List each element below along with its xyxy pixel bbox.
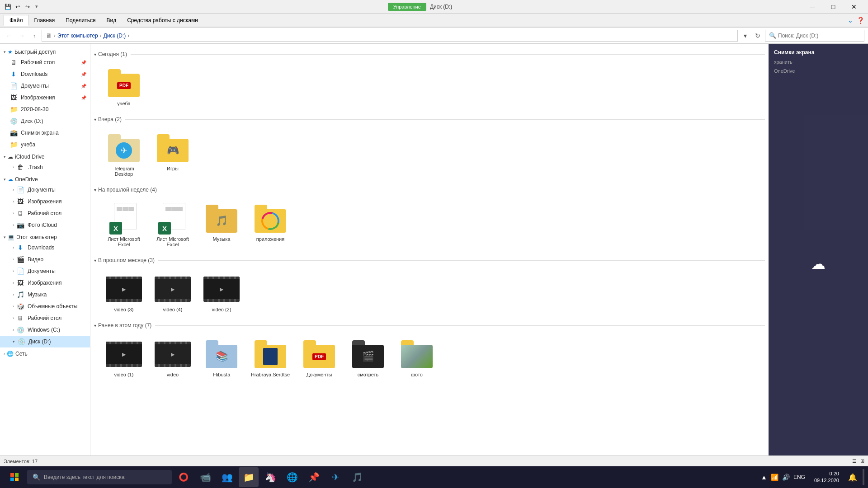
- taskbar-pinterest[interactable]: 📌: [304, 467, 324, 487]
- file-item-apps[interactable]: приложения: [248, 200, 293, 250]
- taskbar-cortana[interactable]: ⭕: [174, 467, 193, 487]
- ribbon-tab-disk-tools[interactable]: Средства работы с дисками: [122, 15, 203, 25]
- breadcrumb-bar[interactable]: 🖥 › Этот компьютер › Диск (D:) ›: [42, 30, 738, 42]
- sidebar-item-docs-pc[interactable]: › 📄 Документы: [0, 265, 90, 277]
- show-desktop-button[interactable]: [863, 469, 864, 485]
- sidebar-item-images-quick[interactable]: 🖼 Изображения 📌: [0, 92, 90, 103]
- ribbon-tab-file[interactable]: Файл: [4, 15, 29, 26]
- taskbar-zoom[interactable]: 📹: [195, 467, 215, 487]
- file-item-video1[interactable]: ▶ video (1): [101, 336, 146, 380]
- section-lastmonth[interactable]: ▾ В прошлом месяце (3): [94, 255, 765, 265]
- status-bar: Элементов: 17 ☰ ⊞: [0, 455, 868, 466]
- icloud-header[interactable]: ▾ ☁ iCloud Drive: [0, 152, 90, 161]
- file-item-flibusta[interactable]: 📚 Flibusta: [199, 336, 244, 380]
- ribbon-expand-icon[interactable]: ⌄: [848, 17, 853, 24]
- search-input[interactable]: [778, 33, 860, 39]
- file-item-video[interactable]: ▶ video: [150, 336, 195, 380]
- ribbon-tab-home[interactable]: Главная: [29, 15, 61, 25]
- sidebar-item-ucheba[interactable]: 📁 учеба: [0, 139, 90, 150]
- dropdown-path-button[interactable]: ▾: [740, 30, 750, 41]
- docs2-folder-body: PDF: [303, 345, 335, 368]
- lang-tray[interactable]: ENG: [793, 474, 805, 480]
- smotre-folder-body: 🎬: [352, 345, 384, 368]
- sidebar-item-screenshots[interactable]: 📸 Снимки экрана: [0, 127, 90, 139]
- file-item-photo[interactable]: фото: [394, 336, 439, 380]
- help-icon[interactable]: ❓: [857, 17, 864, 24]
- taskbar-teams[interactable]: 👥: [217, 467, 237, 487]
- section-yesterday[interactable]: ▾ Вчера (2): [94, 114, 765, 124]
- sidebar-item-desktop[interactable]: 🖥 Рабочий стол 📌: [0, 56, 90, 68]
- network-tray-icon[interactable]: 📶: [771, 474, 778, 481]
- taskbar-spotify[interactable]: 🎵: [347, 467, 367, 487]
- sidebar-item-disk-d-quick[interactable]: 💿 Диск (D:): [0, 115, 90, 127]
- file-item-video3[interactable]: ▶ video (3): [101, 271, 146, 315]
- minimize-button[interactable]: ─: [802, 0, 823, 14]
- sidebar-item-docs-quick[interactable]: 📄 Документы 📌: [0, 80, 90, 92]
- taskbar-explorer[interactable]: 📁: [239, 467, 259, 487]
- refresh-button[interactable]: ↻: [752, 30, 763, 41]
- file-item-excel1[interactable]: X Лист Microsoft Excel: [101, 200, 146, 250]
- forward-button[interactable]: →: [16, 30, 27, 41]
- sidebar-item-date-folder[interactable]: 📁 2020-08-30: [0, 103, 90, 115]
- section-lastweek[interactable]: ▾ На прошлой неделе (4): [94, 185, 765, 195]
- sidebar-item-icloud-photos[interactable]: › 📷 Фото iCloud: [0, 219, 90, 231]
- sidebar-item-disk-d-pc[interactable]: ▾ 💿 Диск (D:): [0, 336, 90, 347]
- file-item-hrabraya[interactable]: Hrabraya.Serdtse: [248, 336, 293, 380]
- sidebar-item-trash[interactable]: › 🗑 .Trash: [0, 161, 90, 173]
- onedrive-header[interactable]: ▾ ☁ OneDrive: [0, 175, 90, 184]
- qat-redo[interactable]: ↪: [24, 3, 32, 11]
- section-thisyear[interactable]: ▾ Ранее в этом году (7): [94, 320, 765, 330]
- breadcrumb-disk-d[interactable]: Диск (D:): [104, 33, 126, 39]
- sidebar-item-downloads-pc[interactable]: › ⬇ Downloads: [0, 242, 90, 253]
- start-button[interactable]: [4, 466, 25, 488]
- file-item-excel2[interactable]: X Лист Microsoft Excel: [150, 200, 195, 250]
- back-button[interactable]: ←: [4, 30, 14, 41]
- file-item-telegram[interactable]: ✈ Telegram Desktop: [101, 130, 146, 179]
- sidebar-item-onedrive-desktop[interactable]: › 🖥 Рабочий стол: [0, 207, 90, 219]
- sidebar-item-downloads-quick[interactable]: ⬇ Downloads 📌: [0, 68, 90, 80]
- qat-dropdown[interactable]: ▾: [35, 4, 38, 9]
- qat-save[interactable]: 💾: [4, 3, 12, 11]
- taskbar-yoast[interactable]: 🦄: [260, 467, 280, 487]
- file-item-ucheba[interactable]: PDF учеба: [101, 65, 146, 109]
- sidebar-item-music-pc[interactable]: › 🎵 Музыка: [0, 289, 90, 300]
- pinterest-icon: 📌: [308, 472, 320, 483]
- file-item-video2[interactable]: ▶ video (2): [199, 271, 244, 315]
- close-button[interactable]: ✕: [844, 0, 864, 14]
- up-button[interactable]: ↑: [29, 30, 40, 41]
- view-list-icon[interactable]: ☰: [852, 458, 857, 464]
- search-box[interactable]: 🔍: [765, 30, 864, 42]
- taskbar-telegram[interactable]: ✈: [326, 467, 345, 487]
- maximize-button[interactable]: □: [823, 0, 844, 14]
- ribbon-tab-share[interactable]: Поделиться: [60, 15, 101, 25]
- sidebar-item-desktop-pc[interactable]: › 🖥 Рабочий стол: [0, 312, 90, 324]
- ribbon-tab-view[interactable]: Вид: [101, 15, 122, 25]
- file-item-games[interactable]: 🎮 Игры: [150, 130, 195, 179]
- sidebar-item-onedrive-images[interactable]: › 🖼 Изображения: [0, 196, 90, 207]
- section-today[interactable]: ▾ Сегодня (1): [94, 49, 765, 59]
- file-item-video4[interactable]: ▶ video (4): [150, 271, 195, 315]
- quick-access-header[interactable]: ▾ ★ Быстрый доступ: [0, 47, 90, 56]
- tab-control-badge: Управление: [388, 3, 426, 11]
- tray-expand-icon[interactable]: ▲: [761, 474, 767, 481]
- file-item-smotre[interactable]: 🎬 смотреть: [345, 336, 391, 380]
- view-grid-icon[interactable]: ⊞: [860, 458, 864, 464]
- sidebar-item-images-pc[interactable]: › 🖼 Изображения: [0, 277, 90, 289]
- zoom-icon: 📹: [200, 472, 211, 483]
- qat-undo[interactable]: ↩: [14, 3, 22, 11]
- volume-tray-icon[interactable]: 🔊: [782, 474, 790, 481]
- taskbar-browser[interactable]: 🌐: [282, 467, 302, 487]
- file-item-docs2[interactable]: PDF Документы: [297, 336, 342, 380]
- sidebar-item-video-pc[interactable]: › 🎬 Видео: [0, 253, 90, 265]
- this-pc-header[interactable]: ▾ 💻 Этот компьютер: [0, 233, 90, 242]
- breadcrumb-this-pc[interactable]: Этот компьютер: [57, 33, 98, 39]
- notification-button[interactable]: 🔔: [844, 469, 861, 485]
- sidebar-item-3d-objects[interactable]: › 🎲 Объемные объекты: [0, 300, 90, 312]
- taskbar-search[interactable]: 🔍 Введите здесь текст для поиска: [27, 470, 172, 484]
- network-header[interactable]: › 🌐 Сеть: [0, 349, 90, 358]
- downloads-pc-icon: ⬇: [16, 243, 25, 252]
- file-item-music[interactable]: 🎵 Музыка: [199, 200, 244, 250]
- clock[interactable]: 0:20 09.12.2020: [811, 470, 843, 484]
- sidebar-item-windows-c[interactable]: › 💿 Windows (C:): [0, 324, 90, 336]
- sidebar-item-onedrive-docs[interactable]: › 📄 Документы: [0, 184, 90, 196]
